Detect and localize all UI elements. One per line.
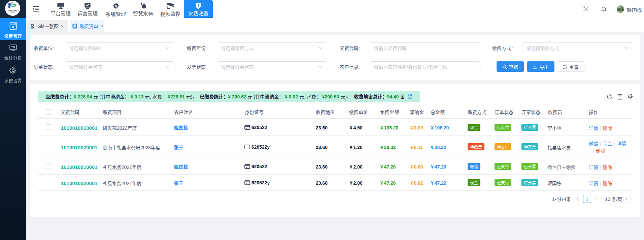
svg-text:瑞尔电气: 瑞尔电气 <box>10 11 15 13</box>
